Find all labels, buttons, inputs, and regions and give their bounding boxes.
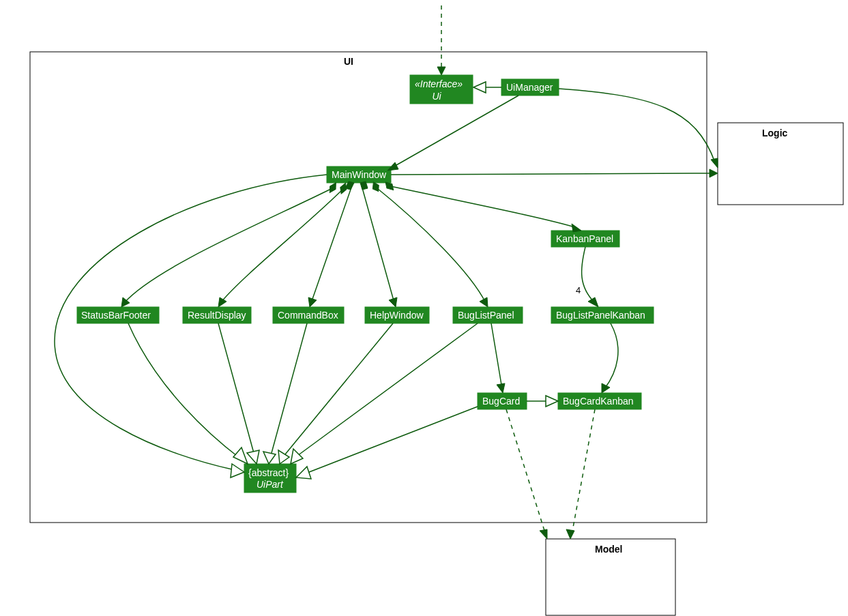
edge-uimanager-mainwindow bbox=[392, 96, 518, 168]
arrowhead-bugcard-model bbox=[540, 529, 547, 539]
class-ui-interface-stereo: «Interface» bbox=[415, 78, 463, 89]
arrowhead-mainwindow-logic bbox=[710, 169, 718, 177]
arrowhead-bugcard-gen-uipart bbox=[296, 467, 311, 479]
arrowhead-external-to-ui bbox=[437, 67, 445, 75]
edge-bck-model bbox=[572, 409, 595, 535]
edge-blpk-bck bbox=[604, 323, 618, 389]
class-ui-manager-label: UiManager bbox=[506, 82, 553, 93]
class-bug-card-label: BugCard bbox=[482, 396, 520, 407]
edge-mw-resultdisplay bbox=[220, 187, 345, 303]
package-logic-title: Logic bbox=[762, 128, 788, 138]
uml-diagram: UI Logic Model «Interface» Ui UiManager … bbox=[0, 0, 848, 616]
edge-blp-gen-uipart bbox=[297, 323, 478, 456]
multiplicity-four: 4 bbox=[576, 285, 581, 295]
arrowhead-bugcard-gen-bck bbox=[546, 396, 558, 407]
diamond-mw-kp bbox=[384, 182, 395, 190]
arrowhead-mw-rd bbox=[218, 297, 226, 307]
edge-bugcard-model bbox=[506, 409, 546, 535]
arrowhead-mw-kp bbox=[572, 224, 581, 232]
arrowhead-mw-gen-uipart bbox=[231, 464, 244, 478]
arrowhead-rd-gen-uipart bbox=[247, 450, 259, 464]
class-command-box-label: CommandBox bbox=[278, 310, 338, 321]
package-ui bbox=[30, 52, 707, 523]
class-result-display-label: ResultDisplay bbox=[188, 310, 246, 321]
class-ui-part-abstract: {abstract} bbox=[248, 467, 289, 478]
arrowhead-cb-gen-uipart bbox=[263, 452, 276, 464]
arrowhead-uimanager-realize-ui bbox=[473, 82, 486, 93]
edge-bugcard-gen-uipart bbox=[306, 407, 478, 473]
class-bug-list-panel-kanban-label: BugListPanelKanban bbox=[556, 310, 645, 321]
class-main-window-label: MainWindow bbox=[332, 169, 387, 180]
edge-uimanager-logic bbox=[559, 89, 715, 162]
edge-mw-statusbarfooter bbox=[124, 187, 335, 303]
class-kanban-panel-label: KanbanPanel bbox=[556, 233, 613, 244]
package-model-title: Model bbox=[595, 544, 622, 555]
arrowhead-bck-model bbox=[566, 529, 574, 539]
arrowhead-blp-gen-uipart bbox=[291, 449, 303, 464]
package-ui-title: UI bbox=[344, 56, 353, 67]
edge-blp-bugcard bbox=[491, 323, 502, 389]
arrowhead-blpk-bck bbox=[602, 383, 610, 393]
class-ui-part-label: UiPart bbox=[257, 479, 284, 490]
class-ui-interface-name: Ui bbox=[432, 91, 441, 102]
arrowhead-hw-gen-uipart bbox=[278, 450, 289, 464]
edge-mw-helpwindow bbox=[362, 186, 394, 303]
diamond-mw-sbf bbox=[327, 183, 338, 192]
arrowhead-uimanager-logic bbox=[711, 158, 718, 168]
arrowhead-kp-blpk bbox=[588, 297, 598, 307]
arrowhead-mw-cb bbox=[308, 297, 317, 307]
arrowhead-mw-hw bbox=[389, 297, 397, 307]
edge-kanbanpanel-blpk bbox=[582, 247, 595, 303]
class-bug-card-kanban-label: BugCardKanban bbox=[563, 396, 634, 407]
class-bug-list-panel-label: BugListPanel bbox=[458, 310, 514, 321]
class-help-window-label: HelpWindow bbox=[370, 310, 424, 321]
edge-rd-gen-uipart bbox=[218, 323, 254, 453]
arrowhead-sbf-gen-uipart bbox=[233, 448, 248, 464]
edge-mw-commandbox bbox=[311, 186, 352, 303]
edge-mainwindow-logic bbox=[391, 173, 712, 175]
arrowhead-blp-bugcard bbox=[497, 383, 505, 393]
class-status-bar-footer-label: StatusBarFooter bbox=[81, 310, 151, 321]
